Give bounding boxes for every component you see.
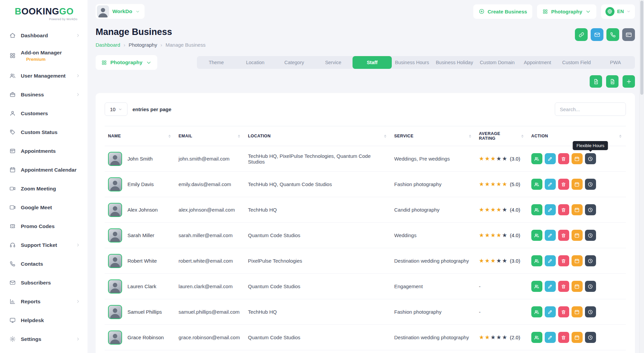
delete-staff-button[interactable] [558, 332, 569, 343]
sort-icon[interactable] [520, 134, 525, 138]
scrollbar-track[interactable] [639, 0, 644, 353]
view-staff-button[interactable] [531, 204, 542, 215]
sidebar-item-google-meet[interactable]: Google Meet [0, 198, 88, 217]
tab-pwa[interactable]: PWA [596, 56, 635, 69]
sidebar-item-dashboard[interactable]: Dashboard [0, 26, 88, 45]
tab-custom-domain[interactable]: Custom Domain [476, 56, 518, 69]
view-staff-button[interactable] [531, 281, 542, 292]
business-dropdown[interactable]: Photography [537, 4, 596, 19]
share-mail-button[interactable] [591, 28, 603, 41]
delete-staff-button[interactable] [558, 281, 569, 292]
tab-appointment[interactable]: Appointment [518, 56, 557, 69]
sidebar-item-customers[interactable]: Customers [0, 104, 88, 123]
sort-icon[interactable] [468, 134, 472, 138]
sort-icon[interactable] [383, 134, 387, 138]
share-call-button[interactable] [606, 28, 619, 41]
sidebar-item-subscribers[interactable]: Subscribers [0, 273, 88, 292]
entries-per-page-select[interactable]: 10 [105, 102, 127, 116]
view-staff-button[interactable] [531, 153, 542, 164]
column-header-name[interactable]: NAME [105, 126, 175, 146]
import-file-button[interactable] [606, 75, 619, 88]
sidebar-item-contacts[interactable]: Contacts [0, 255, 88, 273]
share-link-button[interactable] [575, 28, 588, 41]
search-input[interactable] [555, 102, 626, 116]
scrollbar-thumb[interactable] [640, 1, 643, 95]
workspace-selector[interactable]: WorkDo [96, 4, 145, 19]
tab-service[interactable]: Service [314, 56, 353, 69]
users-icon [534, 156, 539, 162]
staff-schedule-button[interactable] [572, 230, 583, 241]
sidebar-item-support-ticket[interactable]: Support Ticket [0, 236, 88, 255]
edit-staff-button[interactable] [545, 230, 556, 241]
breadcrumb-item-dashboard[interactable]: Dashboard [96, 42, 120, 48]
view-staff-button[interactable] [531, 306, 542, 317]
create-business-button[interactable]: Create Business [473, 4, 533, 19]
sidebar-item-zoom-meeting[interactable]: Zoom Meeting [0, 179, 88, 198]
embed-card-button[interactable] [622, 28, 635, 41]
staff-schedule-button[interactable] [572, 281, 583, 292]
column-header-service[interactable]: SERVICE [391, 126, 476, 146]
tab-custom-field[interactable]: Custom Field [557, 56, 596, 69]
flexible-hours-button[interactable] [585, 306, 596, 317]
staff-schedule-button[interactable] [572, 306, 583, 317]
edit-staff-button[interactable] [545, 204, 556, 215]
column-header-location[interactable]: LOCATION [245, 126, 391, 146]
sidebar-item-business[interactable]: Business [0, 85, 88, 104]
view-staff-button[interactable] [531, 332, 542, 343]
staff-schedule-button[interactable] [572, 204, 583, 215]
column-header-average-rating[interactable]: AVERAGE RATING [476, 126, 528, 146]
delete-staff-button[interactable] [558, 153, 569, 164]
delete-staff-button[interactable] [558, 204, 569, 215]
flexible-hours-button[interactable] [585, 230, 596, 241]
sidebar-item-appointments[interactable]: Appointments [0, 142, 88, 161]
flexible-hours-button[interactable] [585, 332, 596, 343]
sidebar-item-user-management[interactable]: User Management [0, 67, 88, 85]
edit-staff-button[interactable] [545, 281, 556, 292]
sidebar-item-add-on-manager[interactable]: Add-on ManagerPremium [0, 45, 88, 67]
tab-staff[interactable]: Staff [353, 56, 391, 69]
staff-schedule-button[interactable] [572, 179, 583, 190]
tab-location[interactable]: Location [236, 56, 275, 69]
edit-staff-button[interactable] [545, 179, 556, 190]
flexible-hours-button[interactable] [585, 204, 596, 215]
flexible-hours-button[interactable] [585, 179, 596, 190]
sort-icon[interactable] [167, 134, 172, 138]
sort-icon[interactable] [237, 134, 241, 138]
tab-business-hours[interactable]: Business Hours [392, 56, 433, 69]
tab-category[interactable]: Category [275, 56, 314, 69]
file-invoice-icon [609, 79, 615, 85]
tab-business-holiday[interactable]: Business Holiday [432, 56, 476, 69]
flexible-hours-button[interactable] [585, 153, 596, 164]
staff-schedule-button[interactable] [572, 153, 583, 164]
add-staff-button[interactable] [623, 75, 635, 88]
edit-staff-button[interactable] [545, 306, 556, 317]
export-file-button[interactable] [590, 75, 602, 88]
delete-staff-button[interactable] [558, 179, 569, 190]
delete-staff-button[interactable] [558, 230, 569, 241]
edit-staff-button[interactable] [545, 255, 556, 266]
sidebar-item-appointment-calendar[interactable]: Appointment Calendar [0, 161, 88, 179]
edit-staff-button[interactable] [545, 332, 556, 343]
business-filter-dropdown[interactable]: Photography [96, 55, 157, 70]
staff-schedule-button[interactable] [572, 332, 583, 343]
staff-schedule-button[interactable] [572, 255, 583, 266]
edit-staff-button[interactable] [545, 153, 556, 164]
brand-logo[interactable]: BOOKINGGO Powered by WorkDo [0, 4, 88, 26]
view-staff-button[interactable] [531, 255, 542, 266]
view-staff-button[interactable] [531, 179, 542, 190]
delete-staff-button[interactable] [558, 255, 569, 266]
sort-icon[interactable] [618, 134, 623, 138]
sidebar-item-helpdesk[interactable]: Helpdesk [0, 311, 88, 330]
sidebar-item-reports[interactable]: Reports [0, 292, 88, 311]
delete-staff-button[interactable] [558, 306, 569, 317]
pencil-icon [547, 207, 553, 213]
flexible-hours-button[interactable] [585, 281, 596, 292]
sidebar-item-settings[interactable]: Settings [0, 330, 88, 349]
flexible-hours-button[interactable] [585, 255, 596, 266]
view-staff-button[interactable] [531, 230, 542, 241]
sidebar-item-promo-codes[interactable]: Promo Codes [0, 217, 88, 236]
tab-theme[interactable]: Theme [197, 56, 236, 69]
sidebar-item-custom-status[interactable]: Custom Status [0, 123, 88, 142]
language-selector[interactable]: EN [601, 4, 635, 19]
column-header-email[interactable]: EMAIL [175, 126, 245, 146]
